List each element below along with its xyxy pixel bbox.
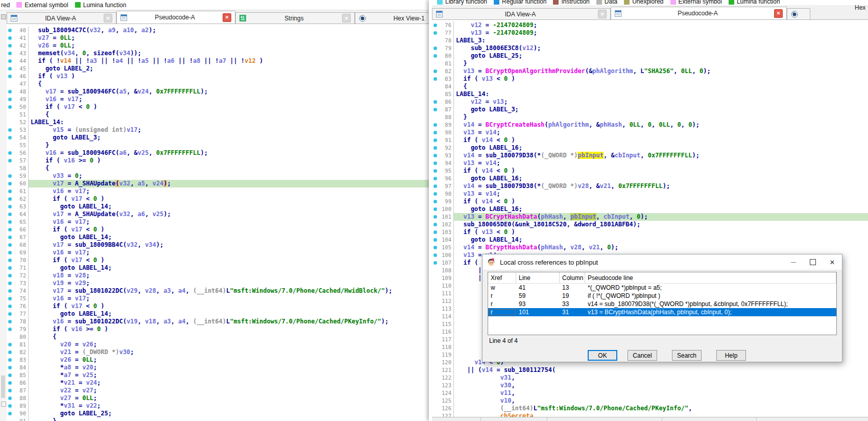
breakpoint-slot[interactable] — [7, 52, 13, 55]
breakpoint-slot[interactable] — [432, 24, 439, 27]
code-line[interactable]: if ( v14 < 0 ) — [454, 136, 868, 144]
breakpoint-dot[interactable] — [8, 320, 12, 323]
code-line[interactable]: if ( !v14 || !a3 || !a4 || !a5 || !a6 ||… — [29, 57, 429, 65]
code-line[interactable]: v22 = v27; — [29, 387, 429, 394]
breakpoint-dot[interactable] — [8, 297, 12, 300]
breakpoint-slot[interactable] — [7, 251, 13, 254]
close-icon[interactable]: ✕ — [774, 9, 783, 18]
tab-pseudocode-a[interactable]: Pseudocode-A✕ — [116, 11, 235, 24]
breakpoint-slot[interactable] — [432, 261, 439, 265]
tab-hex-view[interactable] — [787, 8, 810, 19]
breakpoint-slot[interactable] — [432, 192, 439, 196]
table-row[interactable]: r9333v14 = sub_180079D38(*(_QWORD *)pbIn… — [488, 300, 836, 308]
breakpoint-dot[interactable] — [8, 151, 12, 155]
breakpoint-dot[interactable] — [433, 169, 437, 173]
breakpoint-slot[interactable] — [7, 174, 13, 178]
code-line[interactable]: v14 = sub_180079D38(*(_QWORD *)pbInput, … — [454, 152, 868, 159]
breakpoint-slot[interactable] — [7, 350, 13, 354]
breakpoint-dot[interactable] — [8, 59, 12, 63]
code-line[interactable]: if ( v13 < 0 ) — [454, 75, 868, 83]
breakpoint-dot[interactable] — [8, 197, 12, 201]
breakpoint-slot[interactable] — [432, 177, 439, 180]
code-line[interactable]: if ( v17 < 0 ) — [29, 302, 429, 310]
breakpoint-slot[interactable] — [432, 223, 439, 226]
code-line[interactable]: v17 = sub_1801022DC(v29, v28, a3, a4, (_… — [29, 287, 429, 295]
code-line[interactable]: goto LABEL_14; — [29, 310, 429, 318]
code-line[interactable]: { — [29, 80, 429, 88]
breakpoint-dot[interactable] — [8, 67, 12, 71]
code-line[interactable]: sub_180094C7C(v32, a9, a10, a2); — [29, 27, 429, 34]
code-line[interactable]: { — [454, 83, 868, 90]
breakpoint-dot[interactable] — [8, 75, 12, 78]
code-line[interactable]: v16 = v17; — [29, 295, 429, 302]
breakpoint-slot[interactable] — [7, 182, 13, 185]
code-line[interactable]: v10, — [454, 397, 868, 405]
code-line[interactable]: goto LABEL_16; — [454, 205, 868, 213]
table-row[interactable]: r10131v13 = BCryptHashData(phHash, pbInp… — [488, 308, 836, 316]
left-pseudocode-pane[interactable]: 40 sub_180094C7C(v32, a9, a10, a2);41 v2… — [7, 24, 429, 421]
tab-pseudocode-a[interactable]: Pseudocode-A✕ — [611, 7, 787, 19]
breakpoint-dot[interactable] — [8, 182, 12, 185]
code-line[interactable]: v11, — [454, 389, 868, 397]
breakpoint-dot[interactable] — [433, 131, 437, 134]
code-line[interactable]: goto LABEL_25; — [29, 410, 429, 417]
breakpoint-slot[interactable] — [432, 54, 439, 58]
breakpoint-slot[interactable] — [7, 136, 13, 139]
code-line[interactable]: if ( v14 < 0 ) — [454, 167, 868, 175]
breakpoint-slot[interactable] — [432, 31, 439, 35]
breakpoint-dot[interactable] — [8, 389, 12, 392]
breakpoint-slot[interactable] — [7, 236, 13, 239]
breakpoint-slot[interactable] — [7, 343, 13, 346]
close-button[interactable]: ✕ — [823, 254, 842, 270]
breakpoint-dot[interactable] — [8, 251, 12, 254]
code-line[interactable]: v16 = v17; — [29, 218, 429, 226]
breakpoint-dot[interactable] — [8, 259, 12, 262]
code-line[interactable]: if ( v14 < 0 ) — [454, 198, 868, 205]
breakpoint-dot[interactable] — [8, 105, 12, 109]
tab-hex-view-1[interactable]: Hex View-1✕ — [355, 12, 429, 24]
breakpoint-slot[interactable] — [432, 200, 439, 203]
code-line[interactable]: v17 = sub_1800946FC(a5, &v24, 0x7FFFFFFF… — [29, 88, 429, 96]
breakpoint-slot[interactable] — [432, 207, 439, 211]
breakpoint-slot[interactable] — [7, 282, 13, 285]
code-line[interactable]: v16 = sub_1800946FC(a6, &v25, 0x7FFFFFFF… — [29, 149, 429, 157]
breakpoint-slot[interactable] — [432, 46, 439, 50]
close-icon[interactable]: ✕ — [598, 10, 607, 18]
breakpoint-dot[interactable] — [8, 90, 12, 93]
code-line[interactable]: *v31 = v22; — [29, 402, 429, 410]
breakpoint-slot[interactable] — [432, 215, 439, 219]
breakpoint-dot[interactable] — [8, 274, 12, 277]
code-line[interactable]: goto LABEL_3; — [29, 134, 429, 142]
breakpoint-dot[interactable] — [433, 177, 437, 180]
breakpoint-slot[interactable] — [432, 108, 439, 111]
code-line[interactable]: goto LABEL_14; — [29, 233, 429, 241]
code-line[interactable]: } — [29, 142, 429, 149]
code-line[interactable]: memset(v34, 0, sizeof(v34)); — [29, 50, 429, 57]
close-icon[interactable]: ✕ — [223, 13, 231, 22]
breakpoint-slot[interactable] — [7, 328, 13, 331]
code-line[interactable]: } — [454, 60, 868, 67]
code-line[interactable]: v16 = v17; — [29, 249, 429, 256]
breakpoint-dot[interactable] — [433, 154, 437, 157]
minimize-button[interactable] — [784, 254, 803, 270]
breakpoint-slot[interactable] — [432, 238, 439, 242]
code-line[interactable]: { — [29, 165, 429, 172]
cancel-button[interactable]: Cancel — [628, 350, 657, 361]
maximize-button[interactable] — [803, 254, 823, 270]
breakpoint-dot[interactable] — [8, 266, 12, 270]
breakpoint-dot[interactable] — [433, 192, 437, 196]
breakpoint-dot[interactable] — [8, 412, 12, 415]
breakpoint-dot[interactable] — [433, 238, 437, 242]
breakpoint-dot[interactable] — [8, 381, 12, 385]
breakpoint-slot[interactable] — [7, 289, 13, 293]
breakpoint-slot[interactable] — [7, 36, 13, 40]
breakpoint-dot[interactable] — [8, 289, 12, 293]
breakpoint-slot[interactable] — [7, 412, 13, 415]
breakpoint-dot[interactable] — [8, 350, 12, 354]
code-line[interactable]: if ( v16 >= 0 ) — [29, 325, 429, 333]
breakpoint-dot[interactable] — [8, 358, 12, 362]
column-header[interactable]: Column — [560, 272, 585, 283]
table-row[interactable]: r5919if ( !*(_QWORD *)pbInput ) — [488, 292, 836, 300]
breakpoint-slot[interactable] — [432, 253, 439, 257]
code-line[interactable]: sub_18006E3C8(v12); — [454, 44, 868, 52]
